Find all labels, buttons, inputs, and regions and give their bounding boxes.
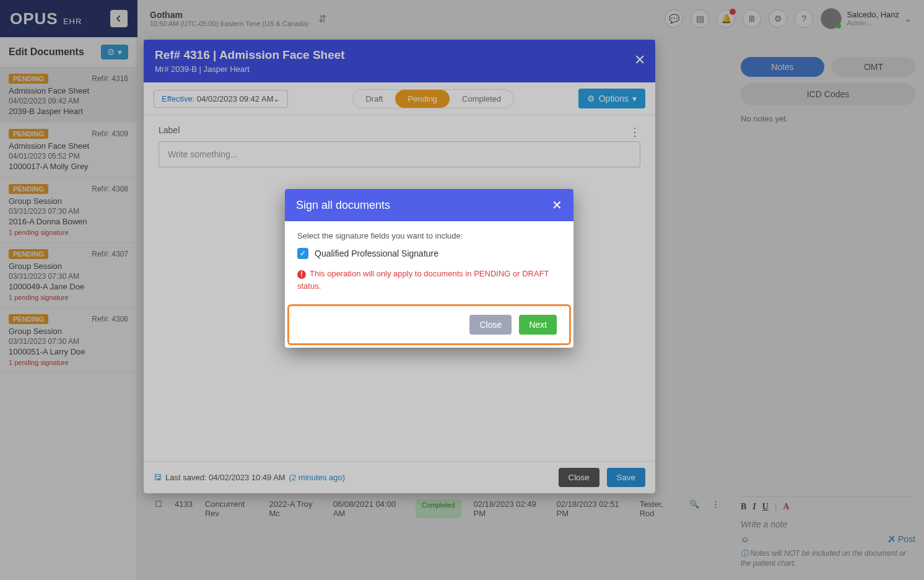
modal-close-button[interactable]: Close xyxy=(469,315,512,335)
modal-text: Select the signature fields you want to … xyxy=(297,231,561,240)
checkbox-label: Qualified Professional Signature xyxy=(315,248,438,258)
checkbox[interactable]: ✓ xyxy=(297,248,308,259)
warning-icon: ! xyxy=(297,270,306,279)
modal-footer: Close Next xyxy=(287,304,571,345)
warning-text: This operation will only apply to docume… xyxy=(297,269,549,291)
close-icon[interactable]: ✕ xyxy=(552,198,562,213)
modal-title: Sign all documents xyxy=(296,199,390,212)
modal-next-button[interactable]: Next xyxy=(519,315,557,335)
sign-all-modal: Sign all documents ✕ Select the signatur… xyxy=(285,189,573,348)
